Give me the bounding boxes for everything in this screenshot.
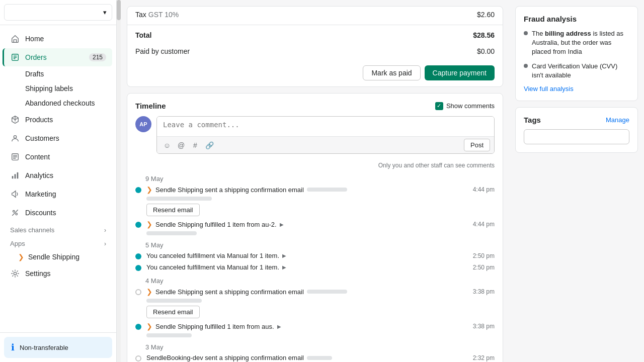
non-transferable-label: Non-transferable — [20, 344, 68, 351]
sendle-icon: ❯ — [146, 322, 152, 330]
sidebar-item-customers[interactable]: Customers — [4, 129, 112, 147]
event-sub-bar — [146, 299, 202, 303]
fraud-item-2: Card Verification Value (CVV) isn't avai… — [524, 62, 629, 80]
main-content: Tax GST 10% $2.60 Total $28.56 Paid by c… — [121, 0, 509, 362]
resend-email-button-2[interactable]: Resend email — [146, 306, 200, 318]
sidebar-item-settings[interactable]: Settings — [4, 264, 112, 283]
event-text: Sendle Shipping sent a shipping confirma… — [155, 186, 304, 194]
sidebar-item-sendle-shipping[interactable]: ❯ Sendle Shipping — [4, 250, 112, 264]
svg-rect-5 — [17, 172, 19, 179]
sales-channels-chevron-icon: › — [104, 227, 106, 234]
link-icon[interactable]: 🔗 — [203, 139, 215, 151]
summary-divider — [127, 25, 503, 25]
info-icon: ℹ — [11, 342, 15, 353]
paid-row: Paid by customer $0.00 — [127, 43, 503, 59]
right-panel: Fraud analysis The billing address is li… — [509, 0, 644, 362]
post-button[interactable]: Post — [464, 139, 490, 151]
timeline-section: Timeline ✓ Show comments AP ☺ @ # 🔗 Post — [127, 93, 503, 362]
analytics-icon — [10, 170, 20, 180]
sidebar-item-analytics[interactable]: Analytics — [4, 166, 112, 185]
svg-point-6 — [13, 211, 15, 213]
show-comments-checkbox[interactable]: ✓ — [435, 102, 443, 110]
timeline-dot-teal — [135, 222, 141, 228]
orders-icon — [10, 52, 20, 62]
timeline-event: ❯ Sendle Shipping fulfilled 1 item from … — [135, 220, 495, 235]
fraud-item-2-text: Card Verification Value (CVV) isn't avai… — [532, 62, 629, 80]
comment-box: AP ☺ @ # 🔗 Post — [135, 116, 495, 154]
event-text: SendleBooking-dev sent a shipping confir… — [146, 354, 304, 361]
sidebar-item-discounts-label: Discounts — [25, 209, 56, 217]
sidebar-item-shipping-labels[interactable]: Shipping labels — [4, 81, 112, 96]
event-text-muted — [307, 188, 347, 192]
chevron-right-icon: ▶ — [282, 264, 286, 270]
resend-email-button-1[interactable]: Resend email — [146, 204, 200, 216]
sidebar-top: ▾ — [0, 0, 116, 25]
timeline-date-5may: 5 May — [135, 241, 495, 249]
timeline-dot-gray — [135, 355, 141, 361]
sidebar-item-analytics-label: Analytics — [25, 171, 53, 179]
tags-input[interactable] — [524, 129, 629, 144]
sidebar-item-orders-label: Orders — [25, 53, 47, 61]
paid-label: Paid by customer — [135, 47, 190, 55]
fraud-item-1-text: The billing address is listed as Austral… — [532, 29, 629, 57]
manage-tags-link[interactable]: Manage — [606, 116, 629, 124]
event-sub-bar — [146, 197, 212, 201]
comment-toolbar: ☺ @ # 🔗 Post — [157, 136, 494, 153]
non-transferable-banner[interactable]: ℹ Non-transferable — [4, 337, 112, 358]
store-selector[interactable]: ▾ — [4, 4, 112, 21]
sidebar-item-customers-label: Customers — [25, 134, 59, 142]
sidebar-item-orders[interactable]: Orders 215 — [3, 48, 112, 66]
sidebar-item-shipping-labels-label: Shipping labels — [25, 84, 73, 93]
timeline-dot-teal — [135, 324, 141, 330]
timeline-dot-teal — [135, 187, 141, 193]
sidebar-item-marketing[interactable]: Marketing — [4, 185, 112, 203]
sidebar-item-discounts[interactable]: Discounts — [4, 204, 112, 222]
emoji-icon[interactable]: ☺ — [161, 139, 173, 151]
sidebar-item-content[interactable]: Content — [4, 148, 112, 166]
capture-payment-button[interactable]: Capture payment — [425, 65, 495, 80]
sendle-icon: ❯ — [146, 186, 152, 194]
sidebar-nav: Home Orders 215 Drafts Shipping labels A… — [0, 25, 116, 332]
timeline-date-9may: 9 May — [135, 175, 495, 183]
sidebar-item-home[interactable]: Home — [4, 30, 112, 48]
sidebar-item-drafts[interactable]: Drafts — [4, 67, 112, 81]
chevron-right-icon: ▶ — [280, 222, 284, 227]
event-time: 4:44 pm — [473, 186, 495, 193]
chevron-right-icon: ▶ — [277, 324, 281, 329]
mark-as-paid-button[interactable]: Mark as paid — [363, 65, 420, 80]
total-label: Total — [135, 31, 151, 39]
hashtag-icon[interactable]: # — [189, 139, 201, 151]
event-content: SendleBooking-dev sent a shipping confir… — [146, 354, 495, 362]
sidebar-item-products-label: Products — [25, 116, 53, 124]
sales-channels-section[interactable]: Sales channels › — [0, 222, 116, 236]
apps-label: Apps — [10, 240, 25, 247]
sidebar-item-drafts-label: Drafts — [25, 70, 44, 78]
tax-amount: $2.60 — [477, 11, 495, 19]
sidebar-item-settings-label: Settings — [25, 269, 51, 278]
total-row: Total $28.56 — [127, 27, 503, 43]
timeline-dot-gray — [135, 289, 141, 295]
event-content: You canceled fulfillment via Manual for … — [146, 263, 495, 271]
tax-desc: GST 10% — [148, 11, 179, 19]
sidebar-item-abandoned-checkouts[interactable]: Abandoned checkouts — [4, 96, 112, 110]
fraud-dot-1 — [524, 31, 528, 35]
view-full-analysis-link[interactable]: View full analysis — [524, 85, 629, 93]
event-text: Sendle Shipping fulfilled 1 item from au… — [155, 221, 277, 228]
event-text: Sendle Shipping sent a shipping confirma… — [155, 288, 304, 296]
mention-icon[interactable]: @ — [175, 139, 187, 151]
event-time: 2:50 pm — [473, 264, 495, 271]
sidebar-item-content-label: Content — [25, 153, 50, 161]
comment-input[interactable] — [157, 117, 494, 135]
avatar: AP — [135, 116, 151, 132]
sidebar-scrollbar[interactable] — [117, 0, 121, 362]
event-content: You canceled fulfillment via Manual for … — [146, 252, 495, 259]
sendle-icon: ❯ — [146, 288, 152, 296]
comment-input-wrapper: ☺ @ # 🔗 Post — [156, 116, 495, 154]
order-summary-card: Tax GST 10% $2.60 Total $28.56 Paid by c… — [127, 6, 503, 87]
svg-point-1 — [14, 136, 16, 138]
sidebar-item-products[interactable]: Products — [4, 111, 112, 129]
event-sub-bar — [146, 231, 197, 235]
event-time: 3:38 pm — [473, 288, 495, 295]
apps-section[interactable]: Apps › — [0, 236, 116, 249]
sendle-chevron-icon: ❯ — [18, 253, 24, 261]
